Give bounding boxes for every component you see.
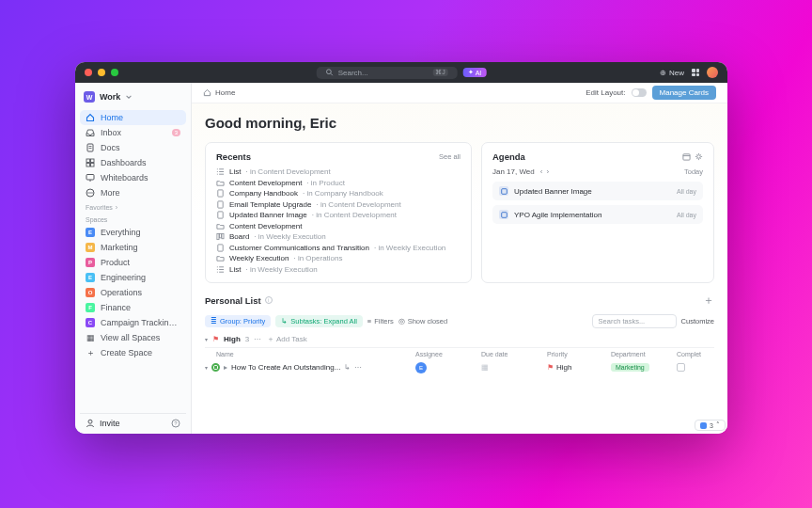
ai-button[interactable]: ✦ AI <box>463 68 487 77</box>
add-task-button[interactable]: ＋ Add Task <box>267 334 307 344</box>
gear-icon[interactable] <box>695 152 703 161</box>
status-icon[interactable] <box>211 363 220 372</box>
table-row[interactable]: ▾ ▸ How To Create An Outstanding... ↳ ⋯ … <box>205 360 714 375</box>
list-icon <box>216 265 225 274</box>
manage-cards-button[interactable]: Manage Cards <box>652 86 716 100</box>
breadcrumb-bar: Home Edit Layout: Manage Cards <box>192 83 727 103</box>
recent-item[interactable]: Email Template Upgradein Content Develop… <box>216 200 461 209</box>
board-icon <box>216 232 225 241</box>
close-window-icon[interactable] <box>85 69 92 76</box>
agenda-card: Agenda Jan 17, Wed ‹ › <box>481 142 714 283</box>
sidebar-space-campaign[interactable]: CCampaign Tracking Template <box>80 315 186 330</box>
help-icon[interactable]: ? <box>171 419 180 428</box>
minimize-window-icon[interactable] <box>98 69 105 76</box>
more-icon <box>86 188 95 198</box>
assignee-avatar[interactable]: E <box>415 362 427 373</box>
sidebar-space-everything[interactable]: EEverything <box>80 225 186 240</box>
recent-item[interactable]: Boardin Weekly Execution <box>216 232 461 241</box>
workspace-switcher[interactable]: W Work <box>80 88 186 105</box>
recent-location: in Weekly Execution <box>254 232 325 241</box>
recent-item[interactable]: Listin Content Development <box>216 167 461 176</box>
subtask-icon: ↳ <box>344 363 351 372</box>
svg-point-39 <box>697 155 701 159</box>
sidebar-item-dashboards[interactable]: Dashboards <box>80 155 186 170</box>
group-pill[interactable]: ≣Group: Priority <box>205 315 271 327</box>
folder-icon <box>216 222 225 230</box>
space-icon: M <box>86 243 95 252</box>
agenda-item-when: All day <box>677 188 696 195</box>
svg-rect-8 <box>91 164 95 167</box>
filters-button[interactable]: ≡Filters <box>367 317 394 325</box>
customize-button[interactable]: Customize <box>681 317 714 325</box>
table-header: Name Assignee Due date Priority Departme… <box>205 347 714 357</box>
sidebar-space-product[interactable]: PProduct <box>80 255 186 270</box>
show-closed-button[interactable]: ◎Show closed <box>398 317 448 325</box>
flag-icon: ⚑ <box>212 335 219 343</box>
user-avatar[interactable] <box>707 67 718 78</box>
recent-item[interactable]: Customer Communications and Transitionin… <box>216 244 461 252</box>
maximize-window-icon[interactable] <box>111 69 118 76</box>
svg-rect-6 <box>91 159 95 163</box>
agenda-item[interactable]: Updated Banner ImageAll day <box>492 182 703 200</box>
sidebar-create-space[interactable]: ＋Create Space <box>80 345 186 360</box>
recent-item[interactable]: Content Developmentin Product <box>216 179 461 187</box>
edit-layout-toggle[interactable] <box>632 88 647 97</box>
recent-item[interactable]: Company Handbookin Company Handbook <box>216 189 461 198</box>
add-card-button[interactable]: ＋ <box>703 293 714 309</box>
traffic-lights <box>85 69 118 76</box>
pager[interactable]: 3 ˄ <box>695 420 726 431</box>
search-placeholder: Search... <box>338 69 368 77</box>
sidebar-item-inbox[interactable]: Inbox 3 <box>80 125 186 140</box>
calendar-icon[interactable] <box>682 152 691 161</box>
today-link[interactable]: Today <box>684 167 703 176</box>
window-titlebar: Search... ⌘J ✦ AI ⊕ New <box>75 62 727 83</box>
agenda-item[interactable]: YPO Agile ImplementationAll day <box>492 205 703 224</box>
see-all-link[interactable]: See all <box>439 152 461 161</box>
sidebar-item-home[interactable]: Home <box>80 110 186 125</box>
sidebar-item-docs[interactable]: Docs <box>80 140 186 155</box>
svg-point-14 <box>91 192 92 193</box>
new-button[interactable]: ⊕ New <box>660 69 684 77</box>
chevron-left-icon[interactable]: ‹ <box>540 167 543 176</box>
eye-icon: ◎ <box>398 317 405 325</box>
sidebar-view-all-spaces[interactable]: ▦View all Spaces <box>80 330 186 345</box>
subtasks-pill[interactable]: ↳Subtasks: Expand All <box>275 315 362 327</box>
apps-icon[interactable] <box>692 69 699 76</box>
favorites-section[interactable]: Favorites › <box>80 200 186 213</box>
recent-item[interactable]: Weekly Executionin Operations <box>216 254 461 262</box>
task-title: How To Create An Outstanding... <box>231 363 340 372</box>
recent-item[interactable]: Content Development <box>216 222 461 230</box>
svg-point-0 <box>326 70 331 74</box>
sidebar-item-label: Inbox <box>101 128 121 137</box>
department-tag: Marketing <box>611 363 649 372</box>
global-search-input[interactable]: Search... ⌘J <box>317 67 458 79</box>
chevron-down-icon[interactable]: ▾ <box>205 336 208 342</box>
agenda-item-title: Updated Banner Image <box>514 187 592 196</box>
calendar-icon[interactable]: ▦ <box>481 363 489 372</box>
sidebar-space-marketing[interactable]: MMarketing <box>80 240 186 255</box>
recents-title: Recents <box>216 151 251 162</box>
sidebar-space-engineering[interactable]: EEngineering <box>80 270 186 285</box>
greeting-text: Good morning, Eric <box>205 115 714 131</box>
invite-button[interactable]: Invite <box>86 419 120 428</box>
sidebar-space-operations[interactable]: OOperations <box>80 285 186 300</box>
svg-rect-9 <box>86 175 94 181</box>
sidebar-item-more[interactable]: More <box>80 185 186 200</box>
sidebar-space-finance[interactable]: FFinance <box>80 300 186 315</box>
search-tasks-input[interactable]: Search tasks... <box>592 314 677 328</box>
recent-item[interactable]: Listin Weekly Execution <box>216 265 461 274</box>
recent-item[interactable]: Updated Banner Imagein Content Developme… <box>216 211 461 219</box>
breadcrumb[interactable]: Home <box>203 88 235 97</box>
chevron-right-icon[interactable]: › <box>546 167 549 176</box>
chevron-down-icon[interactable]: ▾ <box>205 364 208 371</box>
complete-checkbox[interactable] <box>677 363 685 372</box>
more-icon[interactable]: ⋯ <box>354 363 362 372</box>
more-icon[interactable]: ⋯ <box>254 335 262 343</box>
sidebar-item-label: Docs <box>101 143 120 152</box>
recent-title: Content Development <box>229 179 302 187</box>
info-icon[interactable]: i <box>265 296 273 304</box>
sidebar-item-whiteboards[interactable]: Whiteboards <box>80 170 186 185</box>
svg-rect-30 <box>218 244 223 250</box>
svg-rect-5 <box>86 159 90 163</box>
spaces-section: Spaces <box>80 213 186 225</box>
